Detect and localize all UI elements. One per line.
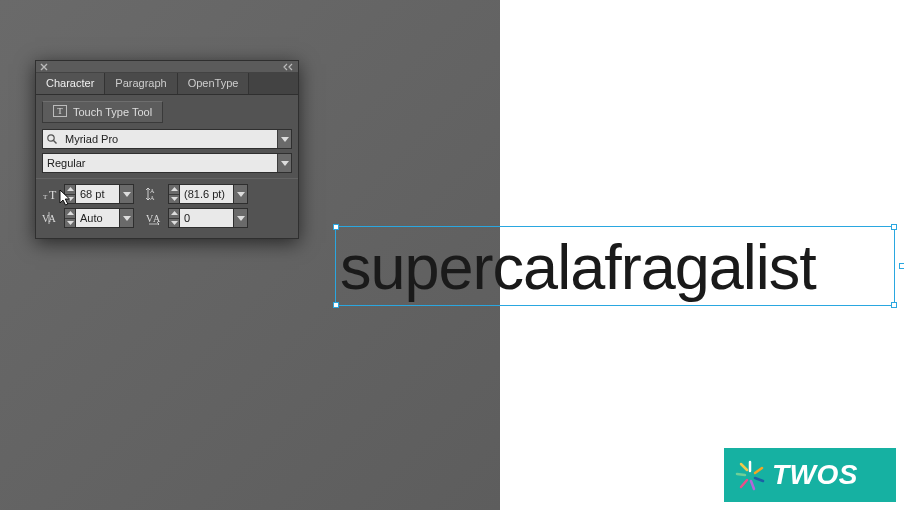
step-up-icon[interactable] — [65, 209, 75, 219]
font-size-value[interactable]: 68 pt — [76, 184, 120, 204]
chevron-down-icon — [237, 192, 245, 197]
collapse-icon[interactable] — [282, 63, 294, 71]
svg-text:T: T — [43, 193, 48, 201]
magnifier-icon — [43, 133, 61, 145]
leading-stepper[interactable] — [168, 184, 180, 204]
itwos-badge: TWOS — [724, 448, 896, 502]
svg-text:A: A — [150, 195, 155, 201]
selection-handle-outport[interactable] — [899, 263, 904, 269]
spark-icon — [732, 457, 768, 493]
svg-text:A: A — [150, 188, 155, 194]
step-down-icon[interactable] — [169, 195, 179, 204]
step-up-icon[interactable] — [65, 185, 75, 195]
chevron-down-icon — [237, 216, 245, 221]
svg-point-2 — [48, 135, 54, 141]
kerning-field[interactable]: Auto — [64, 208, 134, 228]
close-icon[interactable] — [40, 63, 48, 71]
font-size-stepper[interactable] — [64, 184, 76, 204]
kerning-stepper[interactable] — [64, 208, 76, 228]
leading-dropdown-button[interactable] — [234, 184, 248, 204]
tracking-field[interactable]: 0 — [168, 208, 248, 228]
chevron-down-icon — [281, 161, 289, 166]
font-family-input[interactable] — [61, 133, 277, 145]
text-object-bounding-box[interactable]: supercalafragalist — [335, 226, 895, 306]
chevron-down-icon — [281, 137, 289, 142]
font-family-dropdown-button[interactable] — [277, 130, 291, 148]
chevron-down-icon — [123, 216, 131, 221]
font-family-field[interactable] — [42, 129, 292, 149]
selection-handle-top-left[interactable] — [333, 224, 339, 230]
font-size-dropdown-button[interactable] — [120, 184, 134, 204]
kerning-value[interactable]: Auto — [76, 208, 120, 228]
step-up-icon[interactable] — [169, 185, 179, 195]
font-size-icon: TT — [42, 187, 58, 201]
touch-type-icon: T — [53, 105, 67, 119]
svg-line-18 — [737, 474, 745, 475]
character-panel: Character Paragraph OpenType T Touch Typ… — [35, 60, 299, 239]
tab-paragraph[interactable]: Paragraph — [105, 73, 177, 94]
leading-value[interactable]: (81.6 pt) — [180, 184, 234, 204]
step-up-icon[interactable] — [169, 209, 179, 219]
font-style-field[interactable] — [42, 153, 292, 173]
tracking-icon: VA — [146, 211, 162, 225]
step-down-icon[interactable] — [65, 195, 75, 204]
font-size-field[interactable]: 68 pt — [64, 184, 134, 204]
selection-handle-top-right[interactable] — [891, 224, 897, 230]
tracking-dropdown-button[interactable] — [234, 208, 248, 228]
selection-handle-bottom-right[interactable] — [891, 302, 897, 308]
touch-type-tool-button[interactable]: T Touch Type Tool — [42, 101, 163, 123]
svg-line-14 — [755, 468, 762, 473]
panel-tabs: Character Paragraph OpenType — [36, 73, 298, 95]
panel-titlebar[interactable] — [36, 61, 298, 73]
leading-icon: A A — [146, 187, 162, 201]
touch-type-tool-label: Touch Type Tool — [73, 106, 152, 118]
leading-field[interactable]: (81.6 pt) — [168, 184, 248, 204]
svg-line-3 — [54, 141, 57, 144]
panel-separator — [36, 178, 298, 179]
kerning-icon: VA — [42, 211, 58, 225]
chevron-down-icon — [123, 192, 131, 197]
step-down-icon[interactable] — [169, 219, 179, 228]
svg-text:T: T — [49, 188, 57, 201]
selection-handle-bottom-left[interactable] — [333, 302, 339, 308]
font-style-dropdown-button[interactable] — [277, 154, 291, 172]
step-down-icon[interactable] — [65, 219, 75, 228]
svg-line-17 — [741, 480, 747, 487]
svg-line-15 — [755, 478, 763, 481]
tab-character[interactable]: Character — [36, 73, 105, 94]
tracking-value[interactable]: 0 — [180, 208, 234, 228]
kerning-dropdown-button[interactable] — [120, 208, 134, 228]
tab-opentype[interactable]: OpenType — [178, 73, 250, 94]
badge-text: TWOS — [772, 459, 858, 491]
tracking-stepper[interactable] — [168, 208, 180, 228]
panel-body: T Touch Type Tool — [36, 95, 298, 238]
svg-line-16 — [751, 481, 754, 489]
svg-text:T: T — [57, 106, 63, 116]
svg-text:A: A — [49, 213, 57, 224]
svg-line-19 — [741, 464, 747, 470]
font-style-input[interactable] — [43, 157, 277, 169]
text-object-content[interactable]: supercalafragalist — [336, 227, 894, 307]
